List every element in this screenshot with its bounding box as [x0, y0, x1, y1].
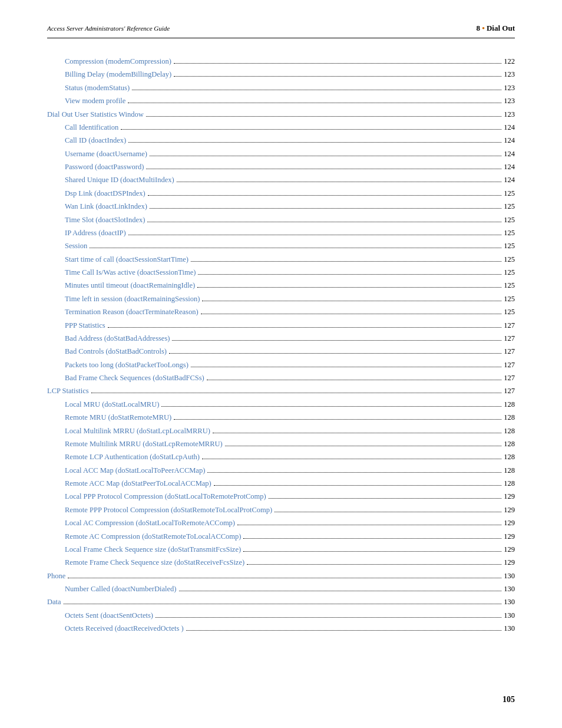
- toc-page-number: 129: [504, 491, 515, 502]
- toc-page-number: 125: [504, 188, 515, 199]
- toc-dots: [174, 419, 501, 420]
- toc-item-text: Wan Link (doactLinkIndex): [65, 201, 147, 212]
- toc-item: Remote Frame Check Sequence size (doStat…: [47, 557, 515, 568]
- toc-dots: [128, 142, 501, 143]
- toc-page-number: 128: [504, 399, 515, 410]
- toc-item-text: Remote ACC Map (doStatPeerToLocalACCMap): [65, 478, 211, 489]
- toc-item: Wan Link (doactLinkIndex)125: [47, 201, 515, 212]
- toc-page-number: 129: [504, 518, 515, 529]
- toc-dots: [213, 433, 501, 433]
- toc-item: Minutes until timeout (doactRemainingIdl…: [47, 280, 515, 291]
- toc-item-text: Local MRU (doStatLocalMRU): [65, 399, 159, 410]
- toc-item: Octets Received (doactReceivedOctets )13…: [47, 623, 515, 634]
- toc-item: Username (doactUsername)124: [47, 149, 515, 160]
- toc-item: Bad Frame Check Sequences (doStatBadFCSs…: [47, 373, 515, 384]
- toc-item: Remote MRU (doStatRemoteMRU)128: [47, 412, 515, 423]
- toc-item: Data130: [47, 597, 515, 608]
- toc-dots: [247, 564, 501, 565]
- toc-dots: [237, 525, 501, 525]
- toc-item-text: Phone: [47, 571, 65, 582]
- toc-dots: [225, 446, 502, 446]
- toc-page-number: 129: [504, 505, 515, 516]
- toc-item: Bad Address (doStatBadAddresses)127: [47, 333, 515, 344]
- toc-page-number: 122: [504, 56, 515, 67]
- toc-dots: [148, 195, 501, 196]
- toc-page-number: 128: [504, 478, 515, 489]
- toc-item-text: Time left in session (doactRemainingSess…: [65, 294, 200, 305]
- toc-item: Remote AC Compression (doStatRemoteToLoc…: [47, 531, 515, 542]
- toc-page-number: 125: [504, 294, 515, 305]
- toc-page-number: 130: [504, 571, 515, 582]
- toc-page-number: 123: [504, 69, 515, 80]
- toc-dots: [172, 340, 501, 341]
- toc-dots: [64, 604, 502, 604]
- toc-item-text: Remote Multilink MRRU (doStatLcpRemoteMR…: [65, 439, 223, 450]
- toc-dots: [147, 222, 501, 222]
- toc-dots: [156, 617, 501, 618]
- toc-item: Time left in session (doactRemainingSess…: [47, 294, 515, 305]
- toc-item: Compression (modemCompression)122: [47, 56, 515, 67]
- toc-item-text: Start time of call (doactSessionStartTim…: [65, 254, 189, 265]
- toc-item-text: Local AC Compression (doStatLocalToRemot…: [65, 518, 235, 529]
- toc-page-number: 128: [504, 426, 515, 437]
- toc-dots: [121, 129, 501, 130]
- toc-item-text: PPP Statistics: [65, 320, 105, 331]
- header-dot: •: [482, 24, 485, 32]
- toc-item-text: Local Frame Check Sequence size (doStatT…: [65, 544, 241, 555]
- toc-item: Local AC Compression (doStatLocalToRemot…: [47, 518, 515, 529]
- toc-page-number: 127: [504, 320, 515, 331]
- toc-dots: [150, 208, 501, 209]
- toc-item: Call ID (doactIndex)124: [47, 135, 515, 146]
- toc-item-text: Username (doactUsername): [65, 149, 147, 160]
- toc-page-number: 124: [504, 162, 515, 173]
- toc-item-text: Billing Delay (modemBillingDelay): [65, 69, 171, 80]
- toc-item-text: Shared Unique ID (doactMultiIndex): [65, 174, 174, 186]
- toc-page-number: 128: [504, 412, 515, 423]
- toc-page-number: 130: [504, 623, 515, 634]
- toc-item: Bad Controls (doStatBadControls)127: [47, 346, 515, 357]
- toc-item: Remote Multilink MRRU (doStatLcpRemoteMR…: [47, 439, 515, 450]
- toc-item: Status (modemStatus)123: [47, 83, 515, 94]
- toc-item: Dsp Link (doactDSPIndex)125: [47, 188, 515, 199]
- toc-item-text: Time Call Is/Was active (doactSessionTim…: [65, 267, 196, 278]
- toc-dots: [108, 327, 502, 328]
- toc-item: Termination Reason (doactTerminateReason…: [47, 307, 515, 318]
- toc-item-text: Dial Out User Statistics Window: [47, 109, 144, 120]
- toc-page-number: 128: [504, 452, 515, 463]
- toc-dots: [201, 314, 502, 314]
- toc-dots: [174, 63, 501, 64]
- toc-dots: [128, 103, 501, 103]
- toc-item: Session125: [47, 241, 515, 252]
- toc-page-number: 127: [504, 360, 515, 371]
- toc-item-text: IP Address (doactIP): [65, 228, 126, 239]
- toc-dots: [150, 156, 501, 156]
- toc-item-text: Dsp Link (doactDSPIndex): [65, 188, 146, 199]
- toc-page-number: 125: [504, 254, 515, 265]
- toc-item-text: Octets Sent (doactSentOctets): [65, 610, 153, 621]
- toc-dots: [146, 116, 501, 117]
- toc-dots: [132, 90, 501, 90]
- toc-item: Password (doactPassword)124: [47, 162, 515, 173]
- toc-item-text: Local Multilink MRRU (doStatLcpLocalMRRU…: [65, 426, 210, 437]
- toc-page-number: 130: [504, 597, 515, 608]
- toc-dots: [269, 498, 502, 499]
- header-title: Access Server Administrators' Reference …: [47, 25, 170, 32]
- toc-dots: [207, 472, 501, 473]
- toc-dots: [202, 301, 501, 301]
- toc-page-number: 123: [504, 109, 515, 120]
- toc-item: Local Multilink MRRU (doStatLcpLocalMRRU…: [47, 426, 515, 437]
- toc-item: Packets too long (doStatPacketTooLongs)1…: [47, 360, 515, 371]
- toc-dots: [169, 353, 501, 354]
- toc-page-number: 128: [504, 439, 515, 450]
- toc-item-text: Remote MRU (doStatRemoteMRU): [65, 412, 171, 423]
- toc-page-number: 124: [504, 174, 515, 186]
- toc-dots: [207, 380, 501, 380]
- toc-page-number: 127: [504, 373, 515, 384]
- toc-dots: [68, 578, 501, 578]
- toc-page-number: 125: [504, 267, 515, 278]
- toc-item-text: Bad Controls (doStatBadControls): [65, 346, 167, 357]
- toc-item-text: Session: [65, 241, 87, 252]
- toc-item-text: Local PPP Protocol Compression (doStatLo…: [65, 491, 266, 502]
- toc-item: IP Address (doactIP)125: [47, 228, 515, 239]
- toc-item: Local PPP Protocol Compression (doStatLo…: [47, 491, 515, 502]
